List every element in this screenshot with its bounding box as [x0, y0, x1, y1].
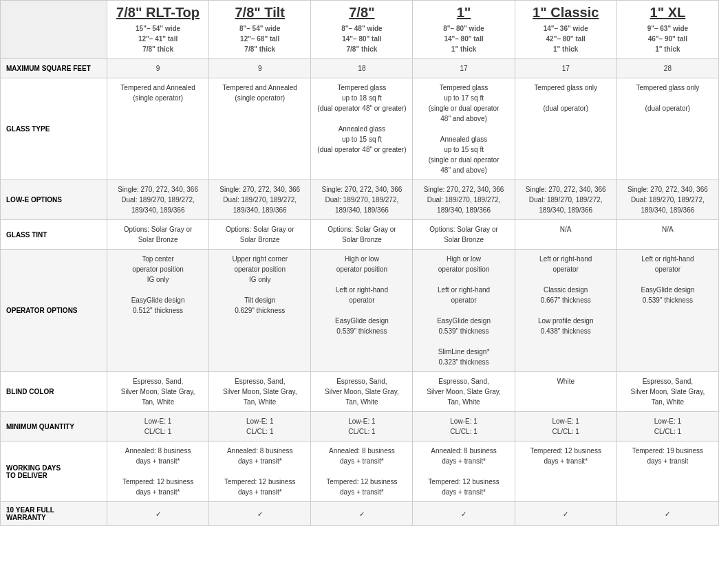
cell-warranty-col5: ✓ — [616, 502, 718, 526]
table-row-max-sq-ft: MAXIMUM SQUARE FEET9918171728 — [1, 59, 719, 78]
cell-min-qty-col3: Low-E: 1 CL/CL: 1 — [413, 412, 515, 442]
comparison-table: 7/8" RLT-Top 15"– 54" wide12"– 41" tall7… — [0, 0, 719, 526]
cell-max-sq-ft-col0: 9 — [107, 59, 209, 78]
cell-blind-color-col1: Espresso, Sand, Silver Moon, Slate Gray,… — [209, 372, 311, 412]
cell-max-sq-ft-col4: 17 — [515, 59, 616, 78]
header-col-1in: 1" 8"– 80" wide14"– 80" tall1" thick — [413, 1, 515, 59]
cell-blind-color-col0: Espresso, Sand, Silver Moon, Slate Gray,… — [107, 372, 209, 412]
cell-blind-color-col4: White — [515, 372, 616, 412]
cell-low-e-col3: Single: 270, 272, 340, 366 Dual: 189/270… — [413, 180, 515, 220]
cell-glass-type-col1: Tempered and Annealed (single operator) — [209, 78, 311, 180]
product-name-1in: 1" — [418, 5, 508, 21]
cell-operator-col4: Left or right-hand operator Classic desi… — [515, 250, 616, 372]
cell-working-days-col5: Tempered: 19 business days + transit — [616, 442, 718, 502]
cell-working-days-col2: Annealed: 8 business days + transit* Tem… — [311, 442, 413, 502]
cell-low-e-col5: Single: 270, 272, 340, 366 Dual: 189/270… — [616, 180, 718, 220]
table-row-glass-type: GLASS TYPETempered and Annealed (single … — [1, 78, 719, 180]
cell-operator-col1: Upper right corner operator position IG … — [209, 250, 311, 372]
product-dimensions-1in-xl: 9"– 63" wide46"– 90" tall1" thick — [623, 23, 713, 54]
product-dimensions-tilt: 8"– 54" wide12"– 68" tall7/8" thick — [215, 23, 305, 54]
product-name-1in-xl: 1" XL — [623, 5, 713, 21]
product-dimensions-78: 8"– 48" wide14"– 80" tall7/8" thick — [316, 23, 407, 54]
row-label-low-e: LOW-E OPTIONS — [1, 180, 107, 220]
cell-max-sq-ft-col5: 28 — [616, 59, 718, 78]
product-name-78: 7/8" — [316, 5, 407, 21]
cell-glass-tint-col3: Options: Solar Gray or Solar Bronze — [413, 220, 515, 250]
cell-glass-tint-col2: Options: Solar Gray or Solar Bronze — [311, 220, 413, 250]
row-label-working-days: WORKING DAYS TO DELIVER — [1, 442, 107, 502]
cell-min-qty-col4: Low-E: 1 CL/CL: 1 — [515, 412, 616, 442]
product-name-rlt-top: 7/8" RLT-Top — [113, 5, 203, 21]
header-col-78: 7/8" 8"– 48" wide14"– 80" tall7/8" thick — [311, 1, 413, 59]
product-name-1in-classic: 1" Classic — [521, 5, 611, 21]
row-label-min-qty: MINIMUM QUANTITY — [1, 412, 107, 442]
table-row-working-days: WORKING DAYS TO DELIVERAnnealed: 8 busin… — [1, 442, 719, 502]
cell-min-qty-col5: Low-E: 1 CL/CL: 1 — [616, 412, 718, 442]
cell-warranty-col1: ✓ — [209, 502, 311, 526]
cell-working-days-col0: Annealed: 8 business days + transit* Tem… — [107, 442, 209, 502]
cell-working-days-col4: Tempered: 12 business days + transit* — [515, 442, 616, 502]
cell-blind-color-col5: Espresso, Sand, Silver Moon, Slate Gray,… — [616, 372, 718, 412]
row-label-glass-type: GLASS TYPE — [1, 78, 107, 180]
cell-glass-tint-col0: Options: Solar Gray or Solar Bronze — [107, 220, 209, 250]
cell-warranty-col0: ✓ — [107, 502, 209, 526]
cell-glass-type-col5: Tempered glass only (dual operator) — [616, 78, 718, 180]
cell-glass-type-col2: Tempered glass up to 18 sq ft (dual oper… — [311, 78, 413, 180]
cell-operator-col0: Top center operator position IG only Eas… — [107, 250, 209, 372]
cell-min-qty-col0: Low-E: 1 CL/CL: 1 — [107, 412, 209, 442]
header-col-rlt-top: 7/8" RLT-Top 15"– 54" wide12"– 41" tall7… — [107, 1, 209, 59]
cell-glass-tint-col5: N/A — [616, 220, 718, 250]
cell-blind-color-col3: Espresso, Sand, Silver Moon, Slate Gray,… — [413, 372, 515, 412]
cell-min-qty-col2: Low-E: 1 CL/CL: 1 — [311, 412, 413, 442]
cell-operator-col2: High or low operator position Left or ri… — [311, 250, 413, 372]
cell-min-qty-col1: Low-E: 1 CL/CL: 1 — [209, 412, 311, 442]
product-dimensions-1in-classic: 14"– 36" wide42"– 80" tall1" thick — [521, 23, 611, 54]
row-label-operator: OPERATOR OPTIONS — [1, 250, 107, 372]
cell-low-e-col2: Single: 270, 272, 340, 366 Dual: 189/270… — [311, 180, 413, 220]
cell-working-days-col3: Annealed: 8 business days + transit* Tem… — [413, 442, 515, 502]
cell-max-sq-ft-col3: 17 — [413, 59, 515, 78]
cell-max-sq-ft-col2: 18 — [311, 59, 413, 78]
cell-low-e-col4: Single: 270, 272, 340, 366 Dual: 189/270… — [515, 180, 616, 220]
table-row-low-e: LOW-E OPTIONSSingle: 270, 272, 340, 366 … — [1, 180, 719, 220]
cell-glass-type-col0: Tempered and Annealed (single operator) — [107, 78, 209, 180]
cell-blind-color-col2: Espresso, Sand, Silver Moon, Slate Gray,… — [311, 372, 413, 412]
cell-glass-tint-col4: N/A — [515, 220, 616, 250]
cell-max-sq-ft-col1: 9 — [209, 59, 311, 78]
header-col-1in-classic: 1" Classic 14"– 36" wide42"– 80" tall1" … — [515, 1, 616, 59]
table-row-operator: OPERATOR OPTIONSTop center operator posi… — [1, 250, 719, 372]
row-label-max-sq-ft: MAXIMUM SQUARE FEET — [1, 59, 107, 78]
header-col-1in-xl: 1" XL 9"– 63" wide46"– 90" tall1" thick — [616, 1, 718, 59]
row-label-blind-color: BLIND COLOR — [1, 372, 107, 412]
cell-glass-type-col4: Tempered glass only (dual operator) — [515, 78, 616, 180]
cell-working-days-col1: Annealed: 8 business days + transit* Tem… — [209, 442, 311, 502]
cell-glass-type-col3: Tempered glass up to 17 sq ft (single or… — [413, 78, 515, 180]
cell-warranty-col2: ✓ — [311, 502, 413, 526]
table-row-min-qty: MINIMUM QUANTITYLow-E: 1 CL/CL: 1Low-E: … — [1, 412, 719, 442]
header-col-tilt: 7/8" Tilt 8"– 54" wide12"– 68" tall7/8" … — [209, 1, 311, 59]
cell-low-e-col1: Single: 270, 272, 340, 366 Dual: 189/270… — [209, 180, 311, 220]
cell-warranty-col3: ✓ — [413, 502, 515, 526]
table-row-warranty: 10 YEAR FULL WARRANTY✓✓✓✓✓✓ — [1, 502, 719, 526]
cell-operator-col3: High or low operator position Left or ri… — [413, 250, 515, 372]
cell-low-e-col0: Single: 270, 272, 340, 366 Dual: 189/270… — [107, 180, 209, 220]
cell-glass-tint-col1: Options: Solar Gray or Solar Bronze — [209, 220, 311, 250]
table-row-blind-color: BLIND COLOREspresso, Sand, Silver Moon, … — [1, 372, 719, 412]
table-row-glass-tint: GLASS TINTOptions: Solar Gray or Solar B… — [1, 220, 719, 250]
cell-operator-col5: Left or right-hand operator EasyGlide de… — [616, 250, 718, 372]
header-label-cell — [1, 1, 107, 59]
row-label-glass-tint: GLASS TINT — [1, 220, 107, 250]
product-name-tilt: 7/8" Tilt — [215, 5, 305, 21]
product-dimensions-rlt-top: 15"– 54" wide12"– 41" tall7/8" thick — [113, 23, 203, 54]
product-dimensions-1in: 8"– 80" wide14"– 80" tall1" thick — [418, 23, 508, 54]
header-row: 7/8" RLT-Top 15"– 54" wide12"– 41" tall7… — [1, 1, 719, 59]
cell-warranty-col4: ✓ — [515, 502, 616, 526]
row-label-warranty: 10 YEAR FULL WARRANTY — [1, 502, 107, 526]
